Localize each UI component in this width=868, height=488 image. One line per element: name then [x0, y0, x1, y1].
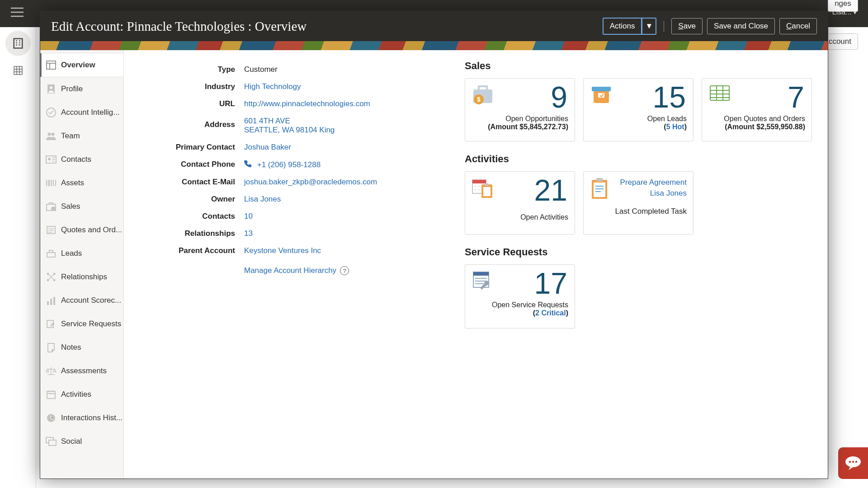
- sidebar-item-overview[interactable]: Overview: [40, 53, 124, 77]
- sidebar-item-label: Interactions Hist...: [61, 413, 123, 422]
- card-open-opportunities[interactable]: $ 9 Open Opportunities (Amount $5,845,27…: [465, 78, 575, 141]
- clipboard-icon: [590, 177, 613, 199]
- label-contact-email: Contact E-Mail: [127, 178, 244, 187]
- sidebar-item-label: Activities: [61, 390, 91, 399]
- network-icon: [46, 272, 57, 282]
- briefcase-icon: $: [472, 84, 494, 106]
- sidebar-item-notes[interactable]: Notes: [40, 336, 123, 359]
- sidebar-item-activities[interactable]: Activities: [40, 383, 123, 406]
- value-owner[interactable]: Lisa Jones: [244, 195, 281, 204]
- sidebar-item-interactions-history[interactable]: Interactions Hist...: [40, 406, 123, 430]
- sidebar-item-label: Assets: [61, 178, 84, 188]
- document-wrench-icon: [472, 270, 494, 292]
- briefcase-money-icon: [46, 201, 57, 212]
- open-opps-caption: Open Opportunities: [472, 115, 568, 123]
- svg-rect-33: [710, 86, 729, 100]
- card-open-sr[interactable]: 17 Open Service Requests (2 Critical): [465, 264, 575, 328]
- value-primary-contact[interactable]: Joshua Baker: [244, 143, 291, 152]
- sidebar-item-assessments[interactable]: Assessments: [40, 359, 123, 383]
- note-icon: [46, 342, 57, 353]
- chat-fab-icon[interactable]: [838, 447, 868, 479]
- sidebar-item-label: Social: [61, 437, 82, 446]
- label-contacts: Contacts: [127, 212, 244, 221]
- address-line2: SEATTLE, WA 98104 King: [244, 126, 335, 135]
- label-type: Type: [127, 65, 244, 74]
- open-leads-caption: Open Leads: [590, 115, 687, 123]
- spreadsheet-icon: [708, 84, 731, 106]
- sidebar-item-contacts[interactable]: Contacts: [40, 148, 123, 171]
- sidebar-item-label: Relationships: [61, 272, 107, 282]
- svg-rect-23: [47, 391, 55, 399]
- open-quotes-amount: (Amount $2,559,950.88): [708, 123, 805, 131]
- sidebar-item-leads[interactable]: Leads: [40, 242, 123, 265]
- hamburger-icon[interactable]: [11, 7, 24, 17]
- save-and-close-button[interactable]: Save and Close: [707, 18, 775, 34]
- save-button[interactable]: Save: [671, 18, 703, 34]
- sidebar: Overview Profile Account Intellig... Tea…: [40, 50, 124, 479]
- sidebar-item-label: Service Requests: [61, 319, 121, 328]
- svg-rect-31: [592, 87, 611, 91]
- last-task-label: Last Completed Task: [590, 207, 687, 216]
- value-url[interactable]: http://www.pinnacletechnologies.com: [244, 99, 370, 108]
- cancel-button[interactable]: Cancel: [779, 18, 817, 34]
- sidebar-item-account-intelligence[interactable]: Account Intellig...: [40, 101, 123, 124]
- value-industry[interactable]: High Technology: [244, 82, 301, 91]
- modal-header: Edit Account: Pinnacle Technologies : Ov…: [40, 11, 828, 41]
- calendar-icon: [46, 389, 57, 400]
- open-opps-amount: (Amount $5,845,272.73): [472, 123, 568, 131]
- box-icon: [590, 84, 613, 106]
- separator: [664, 21, 664, 32]
- profile-icon: [46, 84, 57, 94]
- section-title-sales: Sales: [465, 60, 815, 72]
- account-details: Type Customer Industry High Technology U…: [127, 58, 443, 470]
- actions-caret[interactable]: ▼: [642, 18, 656, 35]
- grid-icon[interactable]: [10, 62, 26, 79]
- svg-rect-35: [472, 180, 486, 183]
- sidebar-item-label: Overview: [61, 61, 95, 70]
- sidebar-item-social[interactable]: Social: [40, 430, 123, 453]
- sidebar-item-label: Contacts: [61, 155, 91, 164]
- decorative-stripe: [40, 41, 828, 50]
- sidebar-item-label: Account Scorec...: [61, 296, 121, 305]
- contacts-icon: [46, 154, 57, 165]
- svg-rect-0: [14, 39, 22, 48]
- sidebar-item-label: Team: [61, 131, 80, 141]
- value-contact-phone[interactable]: +1 (206) 958-1288: [257, 160, 321, 169]
- bg-nges-button[interactable]: nges: [828, 0, 858, 12]
- value-address[interactable]: 601 4TH AVE SEATTLE, WA 98104 King: [244, 117, 335, 135]
- manage-hierarchy-link[interactable]: Manage Account Hierarchy: [244, 266, 336, 275]
- building-icon[interactable]: [5, 31, 31, 56]
- sidebar-item-relationships[interactable]: Relationships: [40, 265, 123, 289]
- sidebar-item-sales[interactable]: Sales: [40, 195, 123, 218]
- value-relationships[interactable]: 13: [244, 229, 253, 238]
- scales-icon: [46, 366, 57, 376]
- svg-point-8: [50, 86, 52, 89]
- card-open-quotes[interactable]: 7 Open Quotes and Orders (Amount $2,559,…: [702, 78, 812, 141]
- sidebar-item-account-scorecard[interactable]: Account Scorec...: [40, 289, 123, 312]
- card-open-leads[interactable]: 15 Open Leads (5 Hot): [583, 78, 693, 141]
- phone-icon[interactable]: [244, 160, 254, 169]
- edit-account-modal: Edit Account: Pinnacle Technologies : Ov…: [40, 11, 828, 479]
- sidebar-item-assets[interactable]: Assets: [40, 171, 123, 195]
- sidebar-item-label: Leads: [61, 249, 82, 258]
- sidebar-item-team[interactable]: Team: [40, 124, 123, 148]
- sidebar-item-label: Account Intellig...: [61, 108, 119, 117]
- overview-icon: [46, 60, 57, 70]
- label-primary-contact: Primary Contact: [127, 143, 244, 152]
- svg-rect-41: [596, 178, 603, 182]
- sidebar-item-service-requests[interactable]: Service Requests: [40, 312, 123, 336]
- value-parent-account[interactable]: Keystone Ventures Inc: [244, 246, 321, 255]
- svg-point-10: [48, 133, 51, 136]
- value-contacts[interactable]: 10: [244, 212, 253, 221]
- value-type: Customer: [244, 65, 278, 74]
- sidebar-item-quotes-orders[interactable]: Quotes and Ord...: [40, 218, 123, 242]
- actions-button[interactable]: Actions: [603, 18, 642, 35]
- clock-icon: [46, 413, 57, 423]
- modal-title: Edit Account: Pinnacle Technologies : Ov…: [51, 19, 307, 34]
- card-last-completed-task[interactable]: Prepare Agreement Lisa Jones Last Comple…: [583, 171, 693, 235]
- card-open-activities[interactable]: 21 Open Activities: [465, 171, 575, 235]
- sidebar-item-profile[interactable]: Profile: [40, 77, 123, 101]
- value-contact-email[interactable]: joshua.baker_zkpb@oracledemos.com: [244, 178, 377, 187]
- help-icon[interactable]: ?: [340, 266, 349, 275]
- label-industry: Industry: [127, 82, 244, 91]
